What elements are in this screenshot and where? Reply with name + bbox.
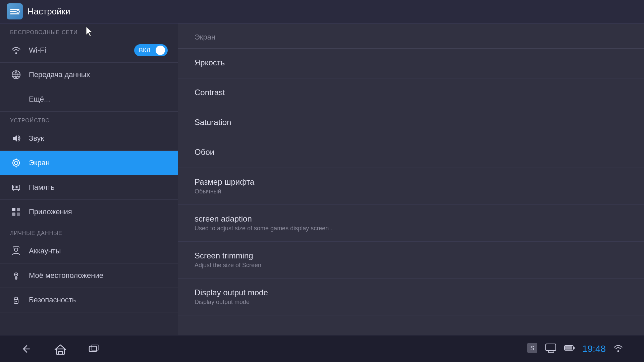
status-time: 19:48: [582, 344, 606, 354]
accounts-icon: [10, 245, 22, 257]
settings-item-contrast[interactable]: Contrast: [178, 78, 644, 108]
sidebar-item-location[interactable]: Моё местоположение: [0, 263, 178, 288]
display-icon: [545, 342, 557, 356]
screenadaption-subtitle: Used to adjust size of some games displa…: [195, 225, 627, 232]
svg-point-30: [15, 301, 17, 302]
screenadaption-title: screen adaption: [195, 214, 627, 224]
svg-rect-43: [565, 346, 572, 350]
bottom-nav: [20, 342, 101, 356]
screentrimming-title: Screen trimming: [195, 251, 627, 260]
recents-button[interactable]: [87, 342, 101, 356]
home-button[interactable]: [54, 342, 67, 356]
svg-rect-33: [89, 346, 97, 352]
settings-item-fontsize[interactable]: Размер шрифта Обычный: [178, 168, 644, 205]
security-icon: [10, 294, 22, 306]
svg-rect-42: [573, 347, 575, 349]
svg-point-4: [17, 11, 19, 13]
settings-item-displayoutput[interactable]: Display output mode Display output mode: [178, 279, 644, 315]
app-icon: [7, 3, 23, 19]
apps-label: Приложения: [29, 207, 168, 216]
settings-item-screenadaption[interactable]: screen adaption Used to adjust size of s…: [178, 205, 644, 242]
sidebar-item-data[interactable]: Передача данных: [0, 63, 178, 87]
wallpaper-title: Обои: [195, 147, 627, 157]
security-label: Безопасность: [29, 296, 168, 304]
s-icon: S: [527, 342, 538, 356]
svg-rect-23: [12, 213, 15, 216]
panel-title: Экран: [178, 23, 644, 49]
svg-rect-20: [18, 190, 19, 191]
svg-point-11: [14, 161, 18, 165]
sidebar-section-device: УСТРОЙСТВО: [0, 112, 178, 126]
location-icon: [10, 269, 22, 282]
memory-label: Память: [29, 183, 168, 192]
screen-icon: [10, 157, 22, 169]
screentrimming-subtitle: Adjust the size of Screen: [195, 262, 627, 269]
toggle-label-wifi: ВКЛ: [139, 47, 150, 54]
app-title: Настройки: [28, 6, 70, 17]
settings-item-brightness[interactable]: Яркость: [178, 49, 644, 78]
sidebar-item-wifi[interactable]: Wi-Fi ВКЛ: [0, 38, 178, 63]
settings-item-saturation[interactable]: Saturation: [178, 108, 644, 138]
data-icon: [10, 69, 22, 81]
sidebar-item-sound[interactable]: Звук: [0, 126, 178, 151]
sidebar-item-accounts[interactable]: Аккаунты: [0, 239, 178, 263]
svg-rect-34: [91, 345, 99, 350]
fontsize-title: Размер шрифта: [195, 177, 627, 187]
displayoutput-title: Display output mode: [195, 288, 627, 297]
svg-point-25: [14, 248, 18, 251]
sidebar-item-security[interactable]: Безопасность: [0, 288, 178, 312]
brightness-title: Яркость: [195, 58, 627, 67]
sidebar-item-more[interactable]: Ещё...: [0, 87, 178, 112]
sidebar-section-wireless: БЕСПРОВОДНЫЕ СЕТИ: [0, 23, 178, 38]
sidebar-item-apps[interactable]: Приложения: [0, 200, 178, 224]
battery-icon: [564, 342, 576, 356]
bottom-bar: S 19:48: [0, 335, 644, 362]
toggle-knob-wifi: [156, 46, 165, 55]
svg-rect-21: [12, 208, 15, 211]
main-content: БЕСПРОВОДНЫЕ СЕТИ Wi-Fi ВКЛ: [0, 23, 644, 335]
svg-rect-24: [17, 213, 20, 216]
bottom-status: S 19:48: [527, 342, 624, 356]
back-button[interactable]: [20, 342, 34, 356]
wifi-status-icon: [612, 342, 624, 356]
svg-rect-19: [13, 190, 14, 191]
wifi-toggle[interactable]: ВКЛ: [134, 44, 168, 56]
svg-rect-2: [10, 13, 19, 14]
saturation-title: Saturation: [195, 118, 627, 127]
accounts-label: Аккаунты: [29, 247, 168, 255]
settings-item-wallpaper[interactable]: Обои: [178, 138, 644, 168]
svg-marker-9: [13, 135, 17, 142]
sidebar-item-screen[interactable]: Экран: [0, 151, 178, 175]
apps-icon: [10, 206, 22, 218]
svg-text:S: S: [530, 345, 534, 352]
location-label: Моё местоположение: [29, 271, 168, 280]
wifi-icon: [10, 44, 22, 56]
memory-icon: [10, 181, 22, 193]
svg-rect-37: [546, 344, 556, 351]
sidebar: БЕСПРОВОДНЫЕ СЕТИ Wi-Fi ВКЛ: [0, 23, 178, 335]
svg-rect-0: [10, 9, 19, 10]
sidebar-section-personal: ЛИЧНЫЕ ДАННЫЕ: [0, 224, 178, 239]
wifi-label: Wi-Fi: [29, 46, 134, 55]
top-bar: Настройки: [0, 0, 644, 23]
more-icon: [10, 93, 22, 105]
more-label: Ещё...: [29, 95, 168, 104]
data-label: Передача данных: [29, 70, 168, 79]
sound-icon: [10, 132, 22, 144]
svg-point-28: [15, 274, 17, 275]
sound-label: Звук: [29, 134, 168, 143]
sidebar-item-memory[interactable]: Память: [0, 175, 178, 200]
displayoutput-subtitle: Display output mode: [195, 299, 627, 306]
right-panel: Экран Яркость Contrast Saturation Обои Р…: [178, 23, 644, 335]
svg-rect-1: [10, 11, 16, 12]
screen-label: Экран: [29, 159, 168, 167]
svg-rect-22: [17, 208, 20, 211]
toggle-switch-wifi[interactable]: ВКЛ: [134, 44, 168, 56]
contrast-title: Contrast: [195, 88, 627, 97]
fontsize-subtitle: Обычный: [195, 188, 627, 195]
settings-item-screentrimming[interactable]: Screen trimming Adjust the size of Scree…: [178, 242, 644, 279]
